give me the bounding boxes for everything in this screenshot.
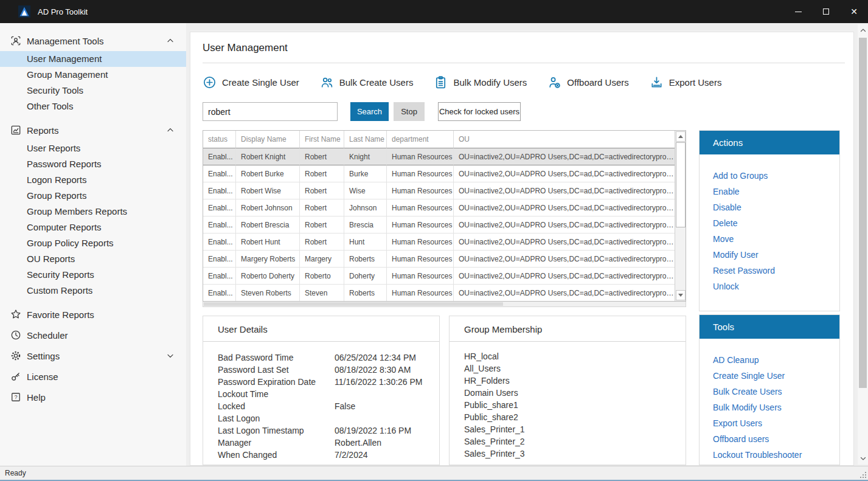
search-input[interactable] — [203, 102, 338, 121]
detail-panels: User Details Bad Password Time06/25/2024… — [203, 316, 686, 465]
scroll-up-button[interactable] — [858, 24, 868, 36]
toolbar-button-label: Offboard Users — [567, 77, 628, 88]
field-label: Password Last Set — [218, 364, 335, 376]
action-delete[interactable]: Delete — [713, 215, 839, 231]
action-unlock[interactable]: Unlock — [713, 279, 839, 294]
table-row[interactable]: Enabl... Steven Roberts Steven Roberts H… — [203, 284, 675, 301]
cell-first-name: Robert — [300, 182, 344, 199]
cell-ou: OU=inactive2,OU=ADPRO Users,DC=ad,DC=act… — [454, 165, 675, 182]
cell-status: Enabl... — [203, 216, 236, 233]
column-header-ou[interactable]: OU — [454, 131, 675, 148]
sidebar-item-ou-reports[interactable]: OU Reports — [0, 251, 186, 267]
sidebar-item-other-tools[interactable]: Other Tools — [0, 99, 186, 114]
stop-button[interactable]: Stop — [394, 102, 425, 121]
column-header-last-name[interactable]: Last Name — [344, 131, 387, 148]
sidebar-section-label: Settings — [27, 351, 165, 361]
tool-lockout-troubleshooter[interactable]: Lockout Troubleshooter — [713, 447, 839, 463]
triangle-up-icon — [678, 135, 683, 138]
action-enable[interactable]: Enable — [713, 184, 839, 199]
column-header-first-name[interactable]: First Name — [300, 131, 344, 148]
sidebar-item-group-policy-reports[interactable]: Group Policy Reports — [0, 235, 186, 251]
main-area: User Management Create Single User — [186, 23, 856, 466]
main-scrollbar-thumb[interactable] — [859, 38, 867, 388]
cell-first-name: Robert — [300, 165, 344, 182]
sidebar-item-logon-reports[interactable]: Logon Reports — [0, 172, 186, 188]
sidebar: Management Tools User Management Group M… — [0, 23, 186, 466]
column-header-display-name[interactable]: Display Name — [236, 131, 300, 148]
actions-box: Actions Add to Groups Enable Disable Del… — [699, 130, 840, 311]
offboard-users-button[interactable]: Offboard Users — [547, 75, 628, 89]
minimize-button[interactable] — [784, 0, 812, 23]
table-horizontal-scrollbar[interactable] — [203, 302, 686, 307]
bulk-modify-users-button[interactable]: Bulk Modify Users — [434, 75, 527, 89]
field-label: Lockout Time — [218, 388, 335, 400]
table-row[interactable]: Enabl... Robert Brescia Robert Brescia H… — [203, 216, 675, 233]
bulk-create-users-button[interactable]: Bulk Create Users — [320, 75, 414, 89]
gear-icon — [10, 350, 22, 362]
tool-ad-cleanup[interactable]: AD Cleanup — [713, 352, 839, 368]
search-button[interactable]: Search — [350, 102, 389, 121]
sidebar-section-reports[interactable]: Reports — [0, 120, 186, 140]
tools-box: Tools AD Cleanup Create Single User Bulk… — [699, 314, 840, 465]
table-header-row: status Display Name First Name Last Name… — [203, 131, 675, 148]
table-row[interactable]: Enabl... Robert Knight Robert Knight Hum… — [203, 148, 675, 165]
cell-first-name: Robert — [300, 148, 344, 165]
table-row[interactable]: Enabl... Robert Burke Robert Burke Human… — [203, 165, 675, 182]
resize-grip-icon[interactable] — [859, 471, 866, 478]
table-row[interactable]: Enabl... Robert Johnson Robert Johnson H… — [203, 199, 675, 216]
sidebar-item-group-members-reports[interactable]: Group Members Reports — [0, 204, 186, 220]
column-header-status[interactable]: status — [203, 131, 236, 148]
column-header-department[interactable]: department — [387, 131, 454, 148]
sidebar-item-favorite-reports[interactable]: Favorite Reports — [0, 304, 186, 325]
cell-display-name: Robert Knight — [236, 148, 300, 165]
cell-ou: OU=inactive2,OU=ADPRO Users,DC=ad,DC=act… — [454, 148, 675, 165]
sidebar-item-custom-reports[interactable]: Custom Reports — [0, 283, 186, 299]
table-row[interactable]: Enabl... Roberto Doherty Roberto Doherty… — [203, 267, 675, 284]
minimize-icon — [795, 12, 802, 12]
table-horizontal-thumb[interactable] — [204, 302, 503, 306]
create-single-user-button[interactable]: Create Single User — [203, 75, 299, 89]
sidebar-item-user-management[interactable]: User Management — [0, 51, 186, 67]
body-row: status Display Name First Name Last Name… — [203, 130, 845, 465]
close-button[interactable]: ✕ — [840, 0, 868, 23]
sidebar-section-settings[interactable]: Settings — [0, 345, 186, 366]
sidebar-item-license[interactable]: License — [0, 366, 186, 387]
tool-bulk-create-users[interactable]: Bulk Create Users — [713, 384, 839, 400]
sidebar-item-help[interactable]: ? Help — [0, 387, 186, 407]
action-add-to-groups[interactable]: Add to Groups — [713, 168, 839, 184]
maximize-button[interactable] — [812, 0, 840, 23]
tool-export-users[interactable]: Export Users — [713, 415, 839, 431]
action-modify-user[interactable]: Modify User — [713, 247, 839, 263]
tool-bulk-modify-users[interactable]: Bulk Modify Users — [713, 400, 839, 415]
check-locked-users-button[interactable]: Check for locked users — [438, 102, 521, 121]
main-scrollbar[interactable] — [858, 24, 868, 465]
sidebar-item-group-management[interactable]: Group Management — [0, 67, 186, 83]
table-row[interactable]: Enabl... Margery Roberts Margery Roberts… — [203, 250, 675, 267]
chevron-up-icon — [165, 125, 175, 135]
sidebar-item-security-tools[interactable]: Security Tools — [0, 83, 186, 99]
sidebar-item-security-reports[interactable]: Security Reports — [0, 267, 186, 283]
sidebar-item-scheduler[interactable]: Scheduler — [0, 325, 186, 345]
sidebar-section-management-tools[interactable]: Management Tools — [0, 30, 186, 51]
action-move[interactable]: Move — [713, 231, 839, 247]
tool-offboard-users[interactable]: Offboard users — [713, 431, 839, 447]
table-scrollbar-thumb[interactable] — [676, 142, 686, 227]
tool-create-single-user[interactable]: Create Single User — [713, 368, 839, 384]
cell-status: Enabl... — [203, 267, 236, 284]
scroll-down-button[interactable] — [858, 452, 868, 465]
sidebar-item-password-reports[interactable]: Password Reports — [0, 156, 186, 172]
table-scrollbar[interactable] — [675, 131, 686, 301]
table-row[interactable]: Enabl... Robert Hunt Robert Hunt Human R… — [203, 233, 675, 250]
cell-ou: OU=inactive2,OU=ADPRO Users,DC=ad,DC=act… — [454, 199, 675, 216]
sidebar-item-user-reports[interactable]: User Reports — [0, 140, 186, 156]
action-disable[interactable]: Disable — [713, 199, 839, 215]
user-scan-icon — [10, 35, 22, 47]
action-reset-password[interactable]: Reset Password — [713, 263, 839, 279]
scroll-up-button[interactable] — [676, 131, 686, 142]
table-row[interactable]: Enabl... Robert Wise Robert Wise Human R… — [203, 182, 675, 199]
scroll-down-button[interactable] — [676, 290, 686, 300]
sidebar-item-group-reports[interactable]: Group Reports — [0, 188, 186, 204]
export-users-button[interactable]: Export Users — [650, 75, 722, 89]
sidebar-item-computer-reports[interactable]: Computer Reports — [0, 220, 186, 235]
cell-last-name: Roberts — [344, 250, 387, 267]
